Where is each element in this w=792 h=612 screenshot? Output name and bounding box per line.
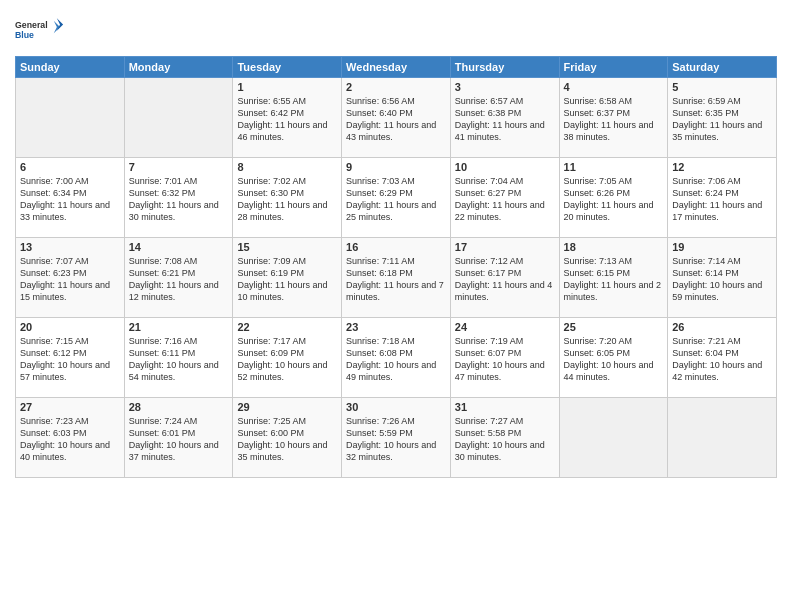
calendar-cell: 4Sunrise: 6:58 AMSunset: 6:37 PMDaylight… [559,78,668,158]
day-number: 13 [20,241,120,253]
calendar-cell: 16Sunrise: 7:11 AMSunset: 6:18 PMDayligh… [342,238,451,318]
day-number: 1 [237,81,337,93]
calendar-cell: 10Sunrise: 7:04 AMSunset: 6:27 PMDayligh… [450,158,559,238]
page: General Blue SundayMondayTuesdayWednesda… [0,0,792,612]
day-number: 3 [455,81,555,93]
day-info: Sunrise: 7:20 AMSunset: 6:05 PMDaylight:… [564,335,664,384]
day-number: 12 [672,161,772,173]
day-info: Sunrise: 6:55 AMSunset: 6:42 PMDaylight:… [237,95,337,144]
day-number: 30 [346,401,446,413]
day-number: 11 [564,161,664,173]
calendar-cell: 14Sunrise: 7:08 AMSunset: 6:21 PMDayligh… [124,238,233,318]
calendar-cell: 9Sunrise: 7:03 AMSunset: 6:29 PMDaylight… [342,158,451,238]
day-info: Sunrise: 7:21 AMSunset: 6:04 PMDaylight:… [672,335,772,384]
calendar-cell: 17Sunrise: 7:12 AMSunset: 6:17 PMDayligh… [450,238,559,318]
calendar-cell [668,398,777,478]
calendar-week-1: 1Sunrise: 6:55 AMSunset: 6:42 PMDaylight… [16,78,777,158]
weekday-header-friday: Friday [559,57,668,78]
calendar-cell: 15Sunrise: 7:09 AMSunset: 6:19 PMDayligh… [233,238,342,318]
calendar-cell: 28Sunrise: 7:24 AMSunset: 6:01 PMDayligh… [124,398,233,478]
calendar-cell: 23Sunrise: 7:18 AMSunset: 6:08 PMDayligh… [342,318,451,398]
day-info: Sunrise: 7:11 AMSunset: 6:18 PMDaylight:… [346,255,446,304]
day-info: Sunrise: 7:19 AMSunset: 6:07 PMDaylight:… [455,335,555,384]
day-info: Sunrise: 6:59 AMSunset: 6:35 PMDaylight:… [672,95,772,144]
day-info: Sunrise: 7:06 AMSunset: 6:24 PMDaylight:… [672,175,772,224]
weekday-header-wednesday: Wednesday [342,57,451,78]
day-number: 18 [564,241,664,253]
calendar-cell: 6Sunrise: 7:00 AMSunset: 6:34 PMDaylight… [16,158,125,238]
day-number: 24 [455,321,555,333]
day-number: 29 [237,401,337,413]
calendar-week-2: 6Sunrise: 7:00 AMSunset: 6:34 PMDaylight… [16,158,777,238]
day-info: Sunrise: 7:27 AMSunset: 5:58 PMDaylight:… [455,415,555,464]
day-info: Sunrise: 7:00 AMSunset: 6:34 PMDaylight:… [20,175,120,224]
day-number: 5 [672,81,772,93]
calendar-cell [124,78,233,158]
day-info: Sunrise: 7:05 AMSunset: 6:26 PMDaylight:… [564,175,664,224]
day-info: Sunrise: 7:01 AMSunset: 6:32 PMDaylight:… [129,175,229,224]
svg-marker-3 [57,18,63,31]
day-number: 19 [672,241,772,253]
day-info: Sunrise: 7:14 AMSunset: 6:14 PMDaylight:… [672,255,772,304]
calendar-cell: 25Sunrise: 7:20 AMSunset: 6:05 PMDayligh… [559,318,668,398]
calendar-week-3: 13Sunrise: 7:07 AMSunset: 6:23 PMDayligh… [16,238,777,318]
weekday-header-sunday: Sunday [16,57,125,78]
day-number: 8 [237,161,337,173]
day-info: Sunrise: 7:12 AMSunset: 6:17 PMDaylight:… [455,255,555,304]
day-info: Sunrise: 7:09 AMSunset: 6:19 PMDaylight:… [237,255,337,304]
calendar-cell: 27Sunrise: 7:23 AMSunset: 6:03 PMDayligh… [16,398,125,478]
day-info: Sunrise: 7:15 AMSunset: 6:12 PMDaylight:… [20,335,120,384]
day-info: Sunrise: 7:04 AMSunset: 6:27 PMDaylight:… [455,175,555,224]
day-info: Sunrise: 7:03 AMSunset: 6:29 PMDaylight:… [346,175,446,224]
calendar-cell: 26Sunrise: 7:21 AMSunset: 6:04 PMDayligh… [668,318,777,398]
svg-text:Blue: Blue [15,30,34,40]
day-number: 21 [129,321,229,333]
day-info: Sunrise: 6:58 AMSunset: 6:37 PMDaylight:… [564,95,664,144]
calendar-cell: 7Sunrise: 7:01 AMSunset: 6:32 PMDaylight… [124,158,233,238]
day-number: 22 [237,321,337,333]
calendar-cell: 18Sunrise: 7:13 AMSunset: 6:15 PMDayligh… [559,238,668,318]
day-number: 17 [455,241,555,253]
calendar-cell: 12Sunrise: 7:06 AMSunset: 6:24 PMDayligh… [668,158,777,238]
day-number: 25 [564,321,664,333]
day-number: 9 [346,161,446,173]
day-info: Sunrise: 7:16 AMSunset: 6:11 PMDaylight:… [129,335,229,384]
day-number: 16 [346,241,446,253]
day-number: 4 [564,81,664,93]
calendar-table: SundayMondayTuesdayWednesdayThursdayFrid… [15,56,777,478]
day-number: 27 [20,401,120,413]
calendar-cell: 1Sunrise: 6:55 AMSunset: 6:42 PMDaylight… [233,78,342,158]
svg-text:General: General [15,20,48,30]
header: General Blue [15,10,777,50]
day-number: 26 [672,321,772,333]
weekday-header-monday: Monday [124,57,233,78]
calendar-cell: 29Sunrise: 7:25 AMSunset: 6:00 PMDayligh… [233,398,342,478]
logo: General Blue [15,10,65,50]
day-info: Sunrise: 7:23 AMSunset: 6:03 PMDaylight:… [20,415,120,464]
day-number: 2 [346,81,446,93]
calendar-cell: 19Sunrise: 7:14 AMSunset: 6:14 PMDayligh… [668,238,777,318]
day-number: 7 [129,161,229,173]
day-number: 28 [129,401,229,413]
calendar-cell: 31Sunrise: 7:27 AMSunset: 5:58 PMDayligh… [450,398,559,478]
day-number: 6 [20,161,120,173]
day-number: 20 [20,321,120,333]
day-info: Sunrise: 7:18 AMSunset: 6:08 PMDaylight:… [346,335,446,384]
calendar-cell: 20Sunrise: 7:15 AMSunset: 6:12 PMDayligh… [16,318,125,398]
day-info: Sunrise: 7:13 AMSunset: 6:15 PMDaylight:… [564,255,664,304]
day-info: Sunrise: 7:17 AMSunset: 6:09 PMDaylight:… [237,335,337,384]
weekday-header-saturday: Saturday [668,57,777,78]
calendar-cell: 13Sunrise: 7:07 AMSunset: 6:23 PMDayligh… [16,238,125,318]
weekday-header-thursday: Thursday [450,57,559,78]
day-number: 23 [346,321,446,333]
calendar-cell: 24Sunrise: 7:19 AMSunset: 6:07 PMDayligh… [450,318,559,398]
calendar-week-5: 27Sunrise: 7:23 AMSunset: 6:03 PMDayligh… [16,398,777,478]
weekday-header-tuesday: Tuesday [233,57,342,78]
calendar-week-4: 20Sunrise: 7:15 AMSunset: 6:12 PMDayligh… [16,318,777,398]
day-number: 10 [455,161,555,173]
day-info: Sunrise: 7:02 AMSunset: 6:30 PMDaylight:… [237,175,337,224]
calendar-cell: 11Sunrise: 7:05 AMSunset: 6:26 PMDayligh… [559,158,668,238]
day-info: Sunrise: 7:24 AMSunset: 6:01 PMDaylight:… [129,415,229,464]
calendar-cell: 2Sunrise: 6:56 AMSunset: 6:40 PMDaylight… [342,78,451,158]
day-number: 14 [129,241,229,253]
